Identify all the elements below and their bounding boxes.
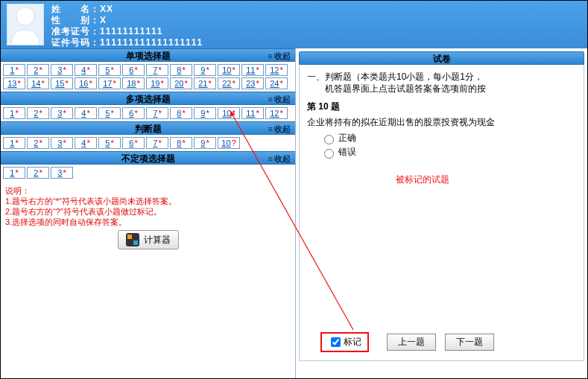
question-single-15[interactable]: 15* [51, 77, 73, 89]
question-single-20[interactable]: 20* [170, 77, 192, 89]
question-single-8[interactable]: 8* [170, 64, 192, 76]
unanswered-icon: * [17, 78, 20, 89]
question-uncertain-1[interactable]: 1* [3, 167, 25, 179]
question-multi-11[interactable]: 11* [241, 107, 264, 119]
notes-block: 说明： 1.题号右方的“*”符号代表该小题尚未选择答案。 2.题号右方的“?”符… [1, 181, 295, 227]
option-true[interactable]: 正确 [320, 132, 576, 144]
question-number: 24 [270, 78, 279, 89]
unanswered-icon: * [89, 78, 92, 89]
question-single-7[interactable]: 7* [146, 64, 168, 76]
question-single-12[interactable]: 12* [265, 64, 288, 76]
prev-button[interactable]: 上一题 [387, 334, 436, 351]
unanswered-icon: * [63, 138, 66, 148]
question-number: 3 [57, 168, 62, 178]
id-value: 111111111111111111 [100, 37, 203, 48]
question-judge-9[interactable]: 9* [194, 137, 216, 149]
question-number: 16 [79, 78, 88, 89]
question-single-23[interactable]: 23* [241, 77, 264, 89]
question-judge-5[interactable]: 5* [98, 137, 121, 149]
unanswered-icon: * [256, 78, 259, 89]
question-number: 13 [7, 78, 16, 89]
question-single-13[interactable]: 13* [3, 77, 25, 89]
question-judge-6[interactable]: 6* [122, 137, 145, 149]
question-number: 5 [105, 138, 110, 148]
question-number: 7 [153, 65, 157, 75]
collapse-judge[interactable]: 收起 [268, 122, 291, 136]
question-single-10[interactable]: 10* [218, 64, 240, 76]
collapse-single[interactable]: 收起 [268, 49, 291, 63]
question-number: 18 [127, 78, 136, 89]
question-single-4[interactable]: 4* [75, 64, 97, 76]
collapse-multi[interactable]: 收起 [268, 92, 291, 106]
question-multi-7[interactable]: 7* [146, 107, 168, 119]
question-single-14[interactable]: 14* [27, 77, 49, 89]
question-number: 12 [270, 65, 279, 75]
question-judge-10[interactable]: 10? [218, 137, 240, 149]
question-single-22[interactable]: 22* [218, 77, 240, 89]
question-single-18[interactable]: 18* [122, 77, 145, 89]
question-single-9[interactable]: 9* [194, 64, 216, 76]
question-multi-8[interactable]: 8* [170, 107, 192, 119]
question-number: 2 [34, 65, 38, 75]
question-multi-6[interactable]: 6* [122, 107, 145, 119]
exam-bar-title: 试卷 [433, 54, 451, 64]
option-false-radio[interactable] [324, 149, 334, 159]
question-single-1[interactable]: 1* [3, 64, 25, 76]
question-judge-8[interactable]: 8* [170, 137, 192, 149]
collapse-uncertain[interactable]: 收起 [268, 152, 291, 165]
question-number: 10 [221, 138, 230, 148]
question-single-6[interactable]: 6* [122, 64, 145, 76]
calculator-button[interactable]: 计算器 [118, 230, 179, 249]
marked-icon: ? [232, 138, 236, 148]
question-single-21[interactable]: 21* [194, 77, 216, 89]
question-judge-4[interactable]: 4* [75, 137, 97, 149]
question-single-5[interactable]: 5* [98, 64, 121, 76]
grid-judge: 1*2*3*4*5*6*7*8*9*10? [1, 135, 295, 151]
question-multi-12[interactable]: 12* [265, 107, 288, 119]
question-judge-7[interactable]: 7* [146, 137, 168, 149]
unanswered-icon: * [182, 108, 185, 118]
question-single-17[interactable]: 17* [98, 77, 121, 89]
mark-checkbox-box[interactable]: 标记 [320, 332, 369, 352]
question-title: 第 10 题 [307, 101, 576, 113]
notes-line2: 2.题号右方的“?”符号代表该小题做过标记。 [5, 206, 291, 217]
question-judge-2[interactable]: 2* [27, 137, 49, 149]
question-number: 21 [198, 78, 207, 89]
question-multi-10[interactable]: 10* [218, 107, 240, 119]
unanswered-icon: * [134, 65, 137, 75]
unanswered-icon: * [15, 138, 18, 148]
question-judge-3[interactable]: 3* [51, 137, 73, 149]
question-number: 6 [129, 108, 133, 118]
question-uncertain-2[interactable]: 2* [27, 167, 49, 179]
question-uncertain-3[interactable]: 3* [51, 167, 73, 179]
question-single-11[interactable]: 11* [241, 64, 264, 76]
question-judge-1[interactable]: 1* [3, 137, 25, 149]
question-number: 12 [270, 108, 279, 118]
question-multi-5[interactable]: 5* [98, 107, 121, 119]
question-number: 5 [105, 65, 110, 75]
question-multi-9[interactable]: 9* [194, 107, 216, 119]
question-single-3[interactable]: 3* [51, 64, 73, 76]
question-number: 11 [246, 108, 255, 118]
question-multi-2[interactable]: 2* [27, 107, 49, 119]
exam-body: 一、判断题（本类题共10小题，每小题1分， 机答题界面上点击试题答案备选项前的按… [299, 65, 584, 361]
mark-checkbox[interactable] [331, 337, 341, 347]
question-number: 15 [55, 78, 64, 89]
unanswered-icon: * [63, 65, 66, 75]
question-multi-4[interactable]: 4* [75, 107, 97, 119]
option-false[interactable]: 错误 [320, 146, 576, 159]
question-single-24[interactable]: 24* [265, 77, 288, 89]
question-multi-1[interactable]: 1* [3, 107, 25, 119]
question-single-16[interactable]: 16* [75, 77, 97, 89]
bottom-bar: 标记 上一题 下一题 [300, 331, 584, 353]
grid-uncertain: 1*2*3* [1, 165, 295, 181]
unanswered-icon: * [279, 65, 282, 75]
next-button[interactable]: 下一题 [445, 334, 494, 351]
unanswered-icon: * [158, 138, 161, 148]
question-multi-3[interactable]: 3* [51, 107, 73, 119]
question-single-19[interactable]: 19* [146, 77, 168, 89]
unanswered-icon: * [256, 108, 259, 118]
question-number: 22 [222, 78, 231, 89]
question-single-2[interactable]: 2* [27, 64, 49, 76]
option-true-radio[interactable] [324, 135, 334, 144]
